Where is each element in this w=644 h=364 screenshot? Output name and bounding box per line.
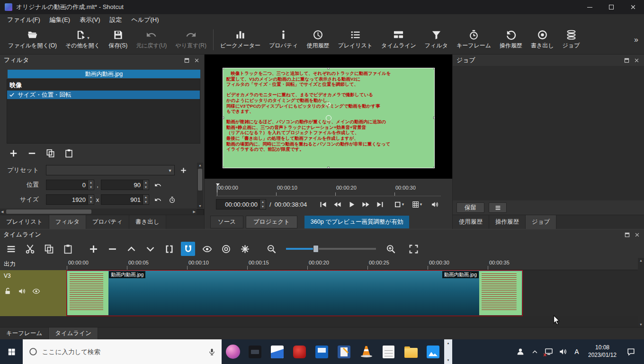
filter-row-size-position-rotate[interactable]: サイズ・位置・回転 — [7, 91, 200, 99]
copy-button[interactable] — [42, 242, 56, 256]
ripple-delete-button[interactable] — [105, 242, 119, 256]
resize-handle[interactable] — [223, 68, 224, 69]
resize-handle[interactable] — [223, 167, 224, 168]
size-keyframe-button[interactable] — [166, 194, 178, 205]
zoom-toggle-button[interactable]: ▾ — [393, 199, 405, 210]
tab-jobs[interactable]: ジョブ — [526, 215, 556, 229]
timeline-vertical-scrollbar[interactable]: ▲ ▼ — [638, 258, 644, 327]
tab-keyframes[interactable]: キーフレーム — [0, 328, 49, 339]
redo-button[interactable]: やり直す(R) — [171, 26, 211, 54]
taskbar-app-notepad[interactable] — [377, 339, 400, 364]
resize-handle[interactable] — [433, 167, 435, 168]
keyframes-button[interactable]: キーフレーム — [452, 26, 495, 54]
scroll-left-arrow[interactable]: ◀ — [0, 209, 4, 215]
taskbar-app-dark[interactable] — [244, 339, 266, 364]
toolbar-overflow-button[interactable]: » — [634, 36, 640, 44]
tab-project[interactable]: プロジェクト — [246, 216, 297, 228]
people-button[interactable] — [513, 339, 528, 364]
timeline-menu-button[interactable] — [4, 242, 18, 256]
scrollbar-thumb[interactable] — [198, 169, 202, 191]
playlist-button[interactable]: プレイリスト — [333, 26, 377, 54]
minimize-button[interactable] — [579, 0, 600, 14]
tab-recent[interactable]: 使用履歴 — [453, 215, 489, 229]
play-button[interactable] — [345, 199, 358, 210]
position-y-spinner[interactable]: 90 ▲▼ — [101, 180, 149, 190]
slider-handle[interactable] — [313, 245, 319, 253]
preset-combobox[interactable]: ▾ — [46, 165, 175, 175]
scrollbar-thumb[interactable] — [6, 209, 91, 214]
lift-button[interactable] — [124, 242, 138, 256]
track-header-v3[interactable]: V3 — [0, 270, 66, 316]
taskbar-app-photos[interactable] — [422, 339, 444, 364]
rotate-handle[interactable] — [327, 102, 331, 106]
spinner-arrows[interactable]: ▲▼ — [259, 200, 266, 209]
panel-float-button[interactable] — [623, 231, 631, 238]
taskbar-app-blue-window[interactable] — [311, 339, 333, 364]
append-button[interactable] — [86, 242, 100, 256]
taskbar-app-user-avatar[interactable] — [222, 339, 244, 364]
taskbar-app-red[interactable] — [288, 339, 311, 364]
paste-filters-button[interactable] — [63, 147, 75, 159]
menu-edit[interactable]: 編集(E) — [45, 15, 75, 25]
panel-close-button[interactable] — [633, 231, 641, 238]
resize-handle[interactable] — [433, 68, 435, 69]
resize-handle[interactable] — [327, 68, 330, 69]
skip-to-start-button[interactable] — [317, 199, 330, 210]
panel-close-button[interactable] — [193, 56, 200, 64]
tab-export[interactable]: 書き出し — [129, 215, 166, 229]
copy-filters-button[interactable] — [44, 147, 56, 159]
tab-source[interactable]: ソース — [210, 216, 243, 228]
menu-help[interactable]: ヘルプ(H) — [127, 15, 164, 25]
size-width-spinner[interactable]: 1920 ▲▼ — [46, 194, 94, 205]
add-filter-button[interactable] — [7, 147, 19, 159]
position-x-spinner[interactable]: 0 ▲▼ — [46, 180, 94, 190]
ime-indicator[interactable]: A — [570, 348, 583, 355]
undo-button[interactable]: 元に戻す(U) — [132, 26, 171, 54]
output-track-header[interactable]: 出力 — [0, 258, 66, 270]
tab-filters[interactable]: フィルタ — [49, 215, 86, 229]
menu-file[interactable]: ファイル(F) — [2, 15, 45, 25]
open-file-button[interactable]: ファイルを開く(O) — [4, 26, 61, 54]
scroll-down-arrow[interactable]: ▼ — [447, 359, 450, 362]
save-preset-button[interactable] — [178, 164, 189, 176]
taskbar-app-explorer[interactable] — [400, 339, 422, 364]
video-content[interactable]: 映像トラックを二つ、三つと追加して、それぞれのトラックに動画ファイルを 配置して… — [223, 68, 435, 168]
show-hidden-icons-button[interactable] — [528, 339, 542, 364]
ripple-all-tracks-button[interactable] — [238, 242, 252, 256]
resize-handle[interactable] — [223, 117, 224, 119]
maximize-button[interactable] — [600, 0, 622, 14]
volume-button[interactable] — [429, 199, 441, 210]
snap-toggle-button[interactable] — [181, 242, 195, 256]
filters-horizontal-scrollbar[interactable]: ◀ ▶ — [0, 209, 197, 215]
paste-button[interactable] — [61, 242, 75, 256]
timeline-button[interactable]: タイムライン — [377, 26, 420, 54]
scroll-right-arrow[interactable]: ▶ — [192, 209, 197, 215]
spinner-arrows[interactable]: ▲▼ — [143, 195, 149, 204]
panel-close-button[interactable] — [633, 56, 640, 64]
current-time-spinner[interactable]: 00:00:00:00 ▲▼ — [216, 199, 266, 209]
menu-view[interactable]: 表示(V) — [75, 15, 105, 25]
timeline-clip-selected[interactable]: 動画内動画.jpg 動画内動画.jpg — [66, 270, 523, 316]
remove-filter-button[interactable] — [26, 147, 38, 159]
ripple-button[interactable] — [219, 242, 233, 256]
action-center-button[interactable] — [621, 339, 640, 364]
resize-handle[interactable] — [327, 167, 330, 168]
filters-button[interactable]: フィルタ — [420, 26, 452, 54]
export-button[interactable]: 書き出し — [527, 26, 558, 54]
grid-button[interactable]: ▾ — [411, 199, 423, 210]
search-input[interactable] — [42, 348, 204, 355]
reset-position-button[interactable] — [152, 179, 163, 191]
taskbar-clock[interactable]: 10:08 2023/01/12 — [583, 344, 621, 359]
jobs-button[interactable]: ジョブ — [558, 26, 584, 54]
tab-history[interactable]: 操作履歴 — [489, 215, 526, 229]
filters-vertical-scrollbar[interactable]: ▲ ▼ — [197, 163, 203, 209]
menu-settings[interactable]: 設定 — [105, 15, 127, 25]
rewind-button[interactable] — [331, 199, 344, 210]
split-button[interactable] — [162, 242, 176, 256]
timeline-zoom-slider[interactable] — [286, 242, 376, 256]
save-button[interactable]: 保存(S) — [104, 26, 132, 54]
checkbox-checked-icon[interactable] — [9, 92, 15, 98]
scrub-while-dragging-button[interactable] — [200, 242, 214, 256]
zoom-in-button[interactable] — [384, 242, 398, 256]
spinner-arrows[interactable]: ▲▼ — [143, 180, 149, 190]
